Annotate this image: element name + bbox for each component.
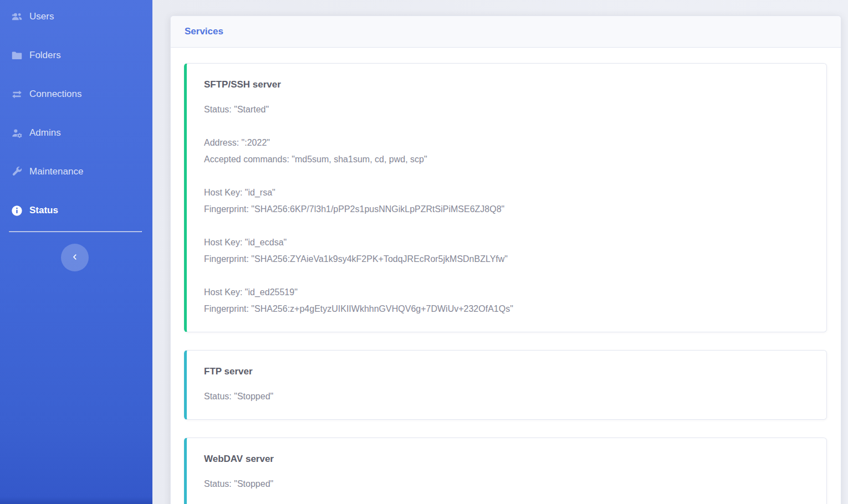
service-text-line: Fingerprint: "SHA256:ZYAieVa1k9sy4kF2PK+… [204,251,809,268]
service-body: Status: "Started"Address: ":2022"Accepte… [204,101,809,317]
service-paragraph: Host Key: "id_ed25519"Fingerprint: "SHA2… [204,284,809,317]
service-card: WebDAV server Status: "Stopped" [184,438,827,504]
wrench-icon [9,166,24,178]
service-text-line: Host Key: "id_ecdsa" [204,234,809,251]
service-paragraph: Status: "Started" [204,101,809,118]
user-gear-icon [9,127,24,139]
service-text-line: Host Key: "id_ed25519" [204,284,809,301]
users-icon [9,11,24,23]
service-title: WebDAV server [204,452,809,466]
service-paragraph: Host Key: "id_rsa"Fingerprint: "SHA256:6… [204,184,809,218]
page-title: Services [185,26,223,37]
service-paragraph: Address: ":2022"Accepted commands: "md5s… [204,135,809,168]
info-circle-icon [9,204,24,217]
service-text-line: Address: ":2022" [204,135,809,151]
main-content: Services SFTP/SSH server Status: "Starte… [152,0,848,504]
sidebar-item-folders[interactable]: Folders [0,36,152,75]
service-title: SFTP/SSH server [204,78,809,91]
service-text-line: Status: "Stopped" [204,476,809,492]
sidebar-item-label: Folders [29,50,61,61]
services-panel: Services SFTP/SSH server Status: "Starte… [170,16,841,504]
sidebar-item-label: Connections [29,89,82,100]
sidebar-item-label: Maintenance [29,166,83,177]
service-paragraph: Status: "Stopped" [204,476,809,492]
service-card: FTP server Status: "Stopped" [184,350,827,420]
service-paragraph: Status: "Stopped" [204,388,809,405]
sidebar-item-label: Status [29,205,58,216]
sidebar-divider [9,231,142,232]
services-list: SFTP/SSH server Status: "Started"Address… [171,48,841,504]
service-text-line: Fingerprint: "SHA256:z+p4gEtyzUIKIIWkhhn… [204,301,809,317]
sidebar-collapse-button[interactable] [61,244,89,271]
sidebar-item-label: Admins [29,127,61,138]
service-text-line: Status: "Stopped" [204,388,809,405]
sidebar-item-maintenance[interactable]: Maintenance [0,152,152,191]
sidebar-item-connections[interactable]: Connections [0,75,152,114]
sidebar-item-users[interactable]: Users [0,0,152,36]
service-card: SFTP/SSH server Status: "Started"Address… [184,63,827,332]
service-text-line: Accepted commands: "md5sum, sha1sum, cd,… [204,151,809,168]
services-panel-header: Services [171,16,841,48]
folder-icon [9,49,24,61]
sidebar: Users Folders Connections Admins Mainten… [0,0,152,504]
service-body: Status: "Stopped" [204,476,809,492]
service-text-line: Fingerprint: "SHA256:6KP/7l3h1/pPP2s1pus… [204,201,809,218]
exchange-icon [9,88,24,100]
sidebar-nav: Users Folders Connections Admins Mainten… [0,0,152,230]
service-text-line: Host Key: "id_rsa" [204,184,809,201]
service-text-line: Status: "Started" [204,101,809,118]
sidebar-item-admins[interactable]: Admins [0,114,152,152]
service-body: Status: "Stopped" [204,388,809,405]
service-title: FTP server [204,365,809,378]
sidebar-item-status[interactable]: Status [0,191,152,230]
chevron-left-icon [71,253,79,263]
sidebar-item-label: Users [29,11,54,22]
service-paragraph: Host Key: "id_ecdsa"Fingerprint: "SHA256… [204,234,809,268]
